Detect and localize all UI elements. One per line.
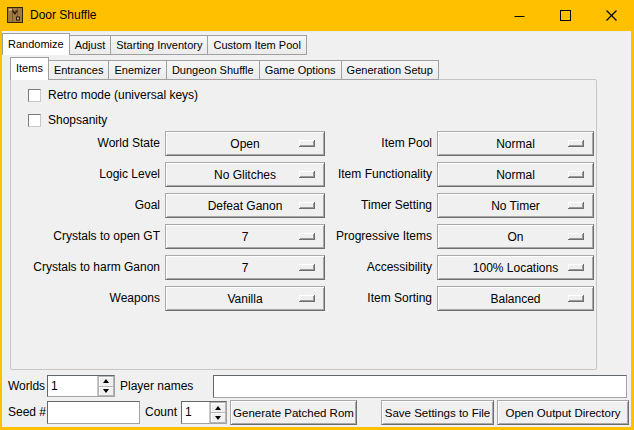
generate-patched-rom-button[interactable]: Generate Patched Rom xyxy=(230,400,357,425)
timer-setting-value: No Timer xyxy=(491,199,540,213)
crystals-harm-ganon-value: 7 xyxy=(242,261,249,275)
minimize-button[interactable] xyxy=(496,0,542,31)
maximize-button[interactable] xyxy=(542,0,588,31)
player-names-label: Player names xyxy=(120,379,193,393)
accessibility-dropdown[interactable]: 100% Locations xyxy=(437,255,594,280)
seed-input[interactable] xyxy=(47,401,140,424)
spin-up-button[interactable] xyxy=(98,376,114,387)
crystals-harm-ganon-label: Crystals to harm Ganon xyxy=(10,255,160,280)
crystals-open-gt-value: 7 xyxy=(242,230,249,244)
item-pool-label: Item Pool xyxy=(280,131,432,156)
dropdown-indicator-icon xyxy=(568,233,584,240)
tab-enemizer[interactable]: Enemizer xyxy=(108,60,166,80)
seed-label: Seed # xyxy=(8,405,46,419)
sub-tab-bar: Items Entrances Enemizer Dungeon Shuffle… xyxy=(10,57,438,80)
worlds-spinner[interactable]: 1 xyxy=(47,375,115,397)
arrow-up-icon xyxy=(215,406,221,410)
item-sorting-value: Balanced xyxy=(490,292,540,306)
shopsanity-checkbox-row: Shopsanity xyxy=(28,112,107,128)
tab-custom-item-pool[interactable]: Custom Item Pool xyxy=(207,35,306,55)
spin-up-button[interactable] xyxy=(210,402,226,413)
logic-level-value: No Glitches xyxy=(214,168,276,182)
close-button[interactable] xyxy=(588,0,634,31)
dropdown-indicator-icon xyxy=(568,295,584,302)
timer-setting-dropdown[interactable]: No Timer xyxy=(437,193,594,218)
item-functionality-value: Normal xyxy=(496,168,535,182)
item-sorting-dropdown[interactable]: Balanced xyxy=(437,286,594,311)
dropdown-indicator-icon xyxy=(568,140,584,147)
accessibility-value: 100% Locations xyxy=(473,261,558,275)
shopsanity-checkbox[interactable] xyxy=(28,114,41,127)
timer-setting-label: Timer Setting xyxy=(280,193,432,218)
world-state-label: World State xyxy=(10,131,160,156)
world-state-value: Open xyxy=(230,137,259,151)
tab-randomize[interactable]: Randomize xyxy=(2,33,70,55)
shopsanity-label: Shopsanity xyxy=(48,113,107,127)
tab-dungeon-shuffle[interactable]: Dungeon Shuffle xyxy=(166,60,260,80)
tab-game-options[interactable]: Game Options xyxy=(259,60,342,80)
arrow-down-icon xyxy=(103,389,109,393)
goal-label: Goal xyxy=(10,193,160,218)
count-label: Count xyxy=(145,405,177,419)
spin-down-button[interactable] xyxy=(98,387,114,397)
save-settings-button[interactable]: Save Settings to File xyxy=(381,400,494,425)
tab-adjust[interactable]: Adjust xyxy=(69,35,112,55)
item-functionality-dropdown[interactable]: Normal xyxy=(437,162,594,187)
weapons-label: Weapons xyxy=(10,286,160,311)
app-icon xyxy=(7,7,23,23)
worlds-spinner-buttons xyxy=(97,376,114,396)
tab-items[interactable]: Items xyxy=(10,57,49,80)
item-pool-dropdown[interactable]: Normal xyxy=(437,131,594,156)
crystals-open-gt-label: Crystals to open GT xyxy=(10,224,160,249)
worlds-value: 1 xyxy=(48,376,97,396)
weapons-value: Vanilla xyxy=(227,292,262,306)
count-spinner[interactable]: 1 xyxy=(181,401,227,424)
maximize-icon xyxy=(560,10,571,21)
dropdown-indicator-icon xyxy=(568,171,584,178)
window-title: Door Shuffle xyxy=(30,0,97,31)
tab-generation-setup[interactable]: Generation Setup xyxy=(341,60,439,80)
logic-level-label: Logic Level xyxy=(10,162,160,187)
progressive-items-value: On xyxy=(507,230,523,244)
player-names-input[interactable] xyxy=(213,375,627,398)
spin-down-button[interactable] xyxy=(210,413,226,423)
tab-entrances[interactable]: Entrances xyxy=(48,60,110,80)
goal-value: Defeat Ganon xyxy=(208,199,283,213)
app-window: Door Shuffle Randomize Adjust Starting I… xyxy=(0,0,634,430)
dropdown-indicator-icon xyxy=(568,202,584,209)
item-functionality-label: Item Functionality xyxy=(280,162,432,187)
worlds-label: Worlds xyxy=(8,379,45,393)
dropdown-indicator-icon xyxy=(568,264,584,271)
item-pool-value: Normal xyxy=(496,137,535,151)
arrow-down-icon xyxy=(215,416,221,420)
retro-mode-checkbox-row: Retro mode (universal keys) xyxy=(28,87,198,103)
count-value: 1 xyxy=(182,402,209,423)
item-sorting-label: Item Sorting xyxy=(280,286,432,311)
minimize-icon xyxy=(514,10,525,21)
arrow-up-icon xyxy=(103,379,109,383)
open-output-directory-button[interactable]: Open Output Directory xyxy=(497,400,629,425)
progressive-items-label: Progressive Items xyxy=(280,224,432,249)
count-spinner-buttons xyxy=(209,402,226,423)
retro-mode-label: Retro mode (universal keys) xyxy=(48,88,198,102)
tab-starting-inventory[interactable]: Starting Inventory xyxy=(110,35,208,55)
main-tab-bar: Randomize Adjust Starting Inventory Cust… xyxy=(2,33,306,55)
accessibility-label: Accessibility xyxy=(280,255,432,280)
retro-mode-checkbox[interactable] xyxy=(28,89,41,102)
close-icon xyxy=(606,10,617,21)
progressive-items-dropdown[interactable]: On xyxy=(437,224,594,249)
